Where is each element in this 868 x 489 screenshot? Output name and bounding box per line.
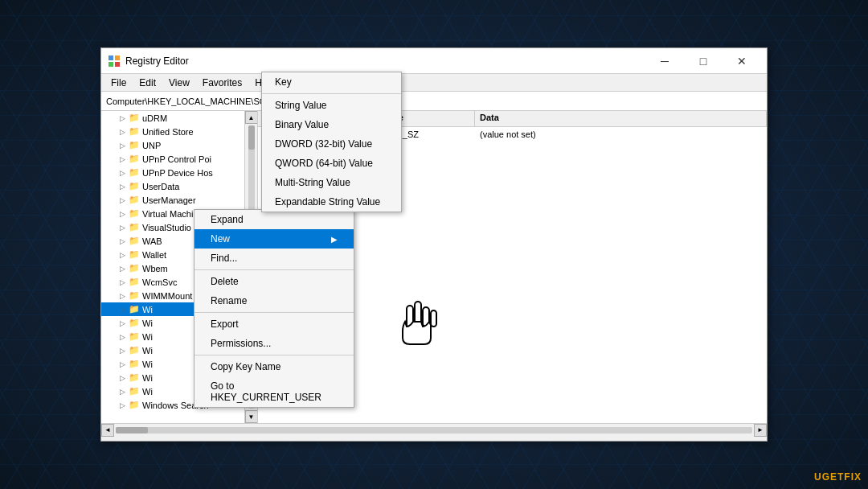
watermark-suffix: FIX	[844, 471, 862, 483]
folder-icon: 📁	[129, 331, 140, 342]
menu-favorites[interactable]: Favorites	[196, 76, 248, 90]
hscroll-thumb[interactable]	[116, 427, 148, 434]
folder-icon: 📁	[129, 126, 140, 137]
close-button[interactable]: ✕	[723, 48, 760, 74]
ctx-copy[interactable]: Copy Key Name	[194, 357, 354, 376]
tree-item-label: UPnP Control Poi	[142, 154, 211, 164]
expander-icon: ▷	[117, 291, 127, 301]
folder-icon: 📁	[129, 195, 140, 205]
tree-item-label: UPnP Device Hos	[142, 168, 213, 178]
expander-icon: ▷	[117, 346, 127, 355]
tree-item-5[interactable]: ▷ 📁 UserData	[101, 179, 257, 193]
hscroll-left-btn[interactable]: ◄	[101, 424, 114, 437]
tree-item-label: Wi	[142, 305, 153, 314]
ctx-sep-3	[194, 355, 354, 355]
folder-icon: 📁	[129, 400, 140, 410]
folder-icon: 📁	[129, 222, 140, 232]
folder-icon: 📁	[129, 181, 140, 191]
expander-icon: ▷	[117, 154, 127, 164]
folder-icon: 📁	[129, 208, 140, 219]
sub-multi[interactable]: Multi-String Value	[262, 173, 401, 192]
folder-icon: 📁	[129, 140, 140, 150]
tree-item-label: Wi	[142, 346, 153, 355]
folder-icon: 📁	[129, 113, 140, 123]
expander-icon: ▷	[117, 250, 127, 260]
folder-icon: 📁	[129, 386, 140, 397]
tree-item-2[interactable]: ▷ 📁 UNP	[101, 138, 257, 152]
ctx-find[interactable]: Find...	[194, 249, 354, 268]
tree-item-label: VisualStudio	[142, 223, 191, 232]
tree-item-1[interactable]: ▷ 📁 Unified Store	[101, 125, 257, 138]
ctx-export[interactable]: Export	[194, 314, 354, 334]
vscroll-thumb[interactable]	[248, 125, 255, 150]
watermark: UGETFIX	[814, 471, 862, 483]
tree-item-4[interactable]: ▷ 📁 UPnP Device Hos	[101, 166, 257, 179]
expander-icon: ▷	[117, 182, 127, 191]
sub-string[interactable]: String Value	[262, 96, 401, 115]
svg-rect-1	[115, 55, 120, 60]
tree-item-3[interactable]: ▷ 📁 UPnP Control Poi	[101, 152, 257, 166]
registry-editor-window: Registry Editor ─ □ ✕ File Edit View Fav…	[100, 47, 768, 442]
folder-icon: 📁	[129, 290, 140, 301]
folder-icon: 📁	[129, 304, 140, 314]
hscroll-right-btn[interactable]: ►	[754, 424, 767, 437]
folder-icon: 📁	[129, 359, 140, 369]
tree-item-label: UserData	[142, 182, 179, 191]
ctx-sep-1	[194, 269, 354, 270]
regedit-icon	[108, 55, 121, 68]
submenu-arrow: ▶	[331, 235, 338, 244]
vscroll-up-btn[interactable]: ▲	[245, 111, 258, 124]
folder-icon: 📁	[129, 249, 140, 260]
tree-item-label: Unified Store	[142, 127, 194, 137]
expander-icon: ▷	[117, 195, 127, 205]
sub-sep-1	[262, 93, 401, 94]
hscroll-track[interactable]	[116, 427, 752, 434]
ctx-rename[interactable]: Rename	[194, 291, 354, 310]
expander-icon: ▷	[117, 360, 127, 369]
expander-icon: ▷	[117, 236, 127, 246]
maximize-button[interactable]: □	[685, 48, 722, 74]
ctx-sep-2	[194, 312, 354, 313]
ctx-expand[interactable]: Expand	[194, 210, 354, 229]
watermark-prefix: UGET	[814, 471, 844, 483]
sub-qword[interactable]: QWORD (64-bit) Value	[262, 154, 401, 173]
hscrollbar[interactable]: ◄ ►	[101, 423, 767, 436]
tree-item-label: Wi	[142, 387, 153, 397]
expander-icon: ▷	[117, 277, 127, 287]
expander-icon: ▷	[117, 127, 127, 137]
expander-icon: ▷	[117, 401, 127, 410]
tree-item-label: WcmSvc	[142, 277, 177, 287]
expander-icon: ▷	[117, 387, 127, 397]
tree-item-6[interactable]: ▷ 📁 UserManager	[101, 193, 257, 207]
ctx-new[interactable]: New ▶	[194, 229, 354, 249]
menu-file[interactable]: File	[104, 76, 133, 90]
ctx-permissions[interactable]: Permissions...	[194, 334, 354, 353]
menu-edit[interactable]: Edit	[133, 76, 162, 90]
titlebar-left: Registry Editor	[108, 55, 189, 68]
tree-item-0[interactable]: ▷ 📁 uDRM	[101, 111, 257, 125]
folder-icon: 📁	[129, 372, 140, 383]
tree-item-label: Wi	[142, 373, 153, 383]
sub-binary[interactable]: Binary Value	[262, 115, 401, 134]
tree-item-label: Wi	[142, 318, 153, 328]
minimize-button[interactable]: ─	[646, 48, 683, 74]
expander-icon: ▷	[117, 305, 127, 314]
tree-item-label: uDRM	[142, 113, 167, 123]
expander-icon: ▷	[117, 223, 127, 232]
expander-icon: ▷	[117, 264, 127, 273]
folder-icon: 📁	[129, 263, 140, 273]
menubar: File Edit View Favorites Help	[101, 74, 767, 92]
sub-expand[interactable]: Expandable String Value	[262, 192, 401, 212]
ctx-goto[interactable]: Go to HKEY_CURRENT_USER	[194, 376, 354, 407]
expander-icon: ▷	[117, 113, 127, 123]
sub-key[interactable]: Key	[262, 72, 401, 92]
cell-data-default: (value not set)	[475, 129, 767, 139]
tree-item-label: Wallet	[142, 250, 166, 260]
menu-view[interactable]: View	[162, 76, 196, 90]
tree-item-label: Wbem	[142, 264, 168, 273]
submenu: Key String Value Binary Value DWORD (32-…	[261, 72, 402, 212]
expander-icon: ▷	[117, 209, 127, 219]
sub-dword[interactable]: DWORD (32-bit) Value	[262, 134, 401, 154]
ctx-delete[interactable]: Delete	[194, 272, 354, 291]
vscroll-down-btn[interactable]: ▼	[245, 410, 258, 423]
